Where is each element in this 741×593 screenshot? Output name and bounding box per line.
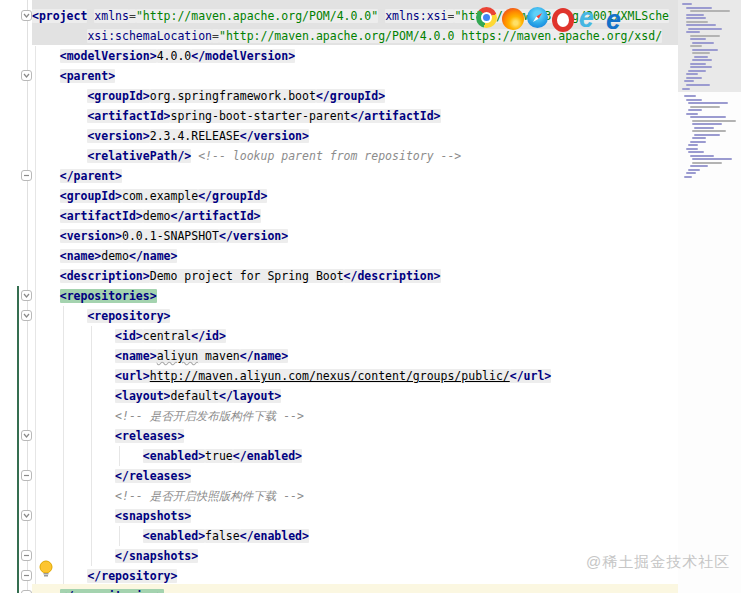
tag-scope-indicator [17,286,19,593]
code-line[interactable]: </snapshots> [32,546,678,566]
code-token-tag: <parent> [60,69,115,83]
code-token-sp [32,209,60,223]
fold-marker-start[interactable] [21,430,32,441]
minimap-line [688,109,702,111]
minimap-line [690,63,706,65]
code-line[interactable]: <repositories> [32,286,678,306]
code-token-tag: </name> [129,249,177,263]
code-token-tag: </repository> [87,569,177,583]
code-line[interactable]: <releases> [32,426,678,446]
minimap-line [692,137,706,139]
minimap-line [686,21,708,23]
code-line[interactable]: <layout>default</layout> [32,386,678,406]
minimap-line [692,52,710,54]
minimap-line [692,130,726,132]
code-line[interactable]: <modelVersion>4.0.0</modelVersion> [32,46,678,66]
code-token-sp [32,189,60,203]
fold-marker-start[interactable] [21,310,32,321]
code-line[interactable]: <groupId>com.example</groupId> [32,186,678,206]
minimap-line [690,45,702,47]
code-token-tag: <url> [115,369,150,383]
fold-marker-end[interactable] [21,550,32,561]
ie-icon: e [579,5,594,32]
editor-gutter [0,0,32,593]
minimap-line [690,116,726,118]
code-token-tag: <repository> [87,309,170,323]
intention-bulb-icon[interactable] [38,560,54,578]
code-token-attr: xsi:schemaLocation [87,29,212,43]
code-token-sp [32,29,87,43]
code-token-tag: </description> [344,269,441,283]
code-line[interactable]: <!-- 是否开启快照版构件下载 --> [32,486,678,506]
fold-marker-start[interactable] [21,510,32,521]
code-token-sp [32,129,87,143]
code-token-tag: </name> [240,349,288,363]
watermark: @稀土掘金技术社区 [586,553,730,572]
code-line[interactable]: <relativePath/> <!-- lookup parent from … [32,146,678,166]
code-token-tag: <groupId> [87,89,149,103]
code-line[interactable]: <url>http://maven.aliyun.com/nexus/conte… [32,366,678,386]
code-token-attr: xmlns:xsi [385,9,447,23]
fold-marker-start[interactable] [21,70,32,81]
code-token-sp [32,509,115,523]
code-line[interactable]: <name>demo</name> [32,246,678,266]
code-line[interactable]: <version>0.0.1-SNAPSHOT</version> [32,226,678,246]
code-token-sp [32,489,115,503]
code-line[interactable]: <enabled>true</enabled> [32,446,678,466]
code-token-tag: </url> [510,369,552,383]
code-line[interactable]: <repository> [32,306,678,326]
code-line[interactable]: <version>2.3.4.RELEASE</version> [32,126,678,146]
code-token-tag: <enabled> [143,529,205,543]
code-line[interactable]: </parent> [32,166,678,186]
code-editor-area[interactable]: <project xmlns="http://maven.apache.org/… [32,6,678,593]
code-line[interactable]: <artifactId>spring-boot-starter-parent</… [32,106,678,126]
code-token-link: http://maven.aliyun.com/nexus/content/gr… [150,369,510,383]
code-line[interactable]: <snapshots> [32,506,678,526]
code-token-txt: com.example [122,189,198,203]
minimap-line [692,49,718,51]
code-line[interactable]: <enabled>false</enabled> [32,526,678,546]
code-token-txt: maven [198,349,240,363]
code-token-tag: <project [32,9,87,23]
code-token-sp [32,429,115,443]
fold-marker-start[interactable] [21,290,32,301]
opera-icon [552,8,574,32]
code-minimap[interactable] [678,0,741,593]
code-line[interactable]: <artifactId>demo</artifactId> [32,206,678,226]
code-line[interactable]: <id>central</id> [32,326,678,346]
code-token-val: "http://maven.apache.org/POM/4.0.0 https… [219,29,662,43]
code-token-attr: xmlns [94,9,129,23]
minimap-line [686,14,704,16]
code-line[interactable]: <groupId>org.springframework.boot</group… [32,86,678,106]
fold-marker-end[interactable] [21,470,32,481]
fold-marker-end[interactable] [21,170,32,181]
code-token-cmt: <!-- 是否开启发布版构件下载 --> [115,409,304,423]
code-token-tag: </groupId> [316,89,385,103]
code-token-sp [32,149,87,163]
minimap-line [692,42,714,44]
code-token-tag: </version> [219,229,288,243]
minimap-line [686,73,698,75]
code-line[interactable]: </releases> [32,466,678,486]
code-token-tag: </groupId> [198,189,267,203]
code-line-caret[interactable]: </repositories> [32,586,678,593]
code-token-tag: <id> [115,329,143,343]
fold-marker-start[interactable] [21,10,32,21]
minimap-line [690,66,712,68]
code-token-sp [32,529,143,543]
code-line[interactable]: </repository> [32,566,678,586]
minimap-line [690,141,706,143]
fold-marker-end[interactable] [21,570,32,581]
code-token-tag: <layout> [115,389,170,403]
code-token-tag: </enabled> [240,529,309,543]
code-token-txt: spring-boot-starter-parent [170,109,350,123]
code-token-txt: Demo project for Spring Boot [150,269,344,283]
code-line[interactable]: <!-- 是否开启发布版构件下载 --> [32,406,678,426]
code-token-tag: </artifactId> [171,209,261,223]
code-token-tag: <name> [60,249,102,263]
code-line[interactable]: <name>aliyun maven</name> [32,346,678,366]
code-line[interactable]: <parent> [32,66,678,86]
code-token-tag: <relativePath/> [87,149,191,163]
code-line[interactable]: <description>Demo project for Spring Boo… [32,266,678,286]
code-token-val: "http://maven.apache.org/POM/4.0.0" [136,9,378,23]
